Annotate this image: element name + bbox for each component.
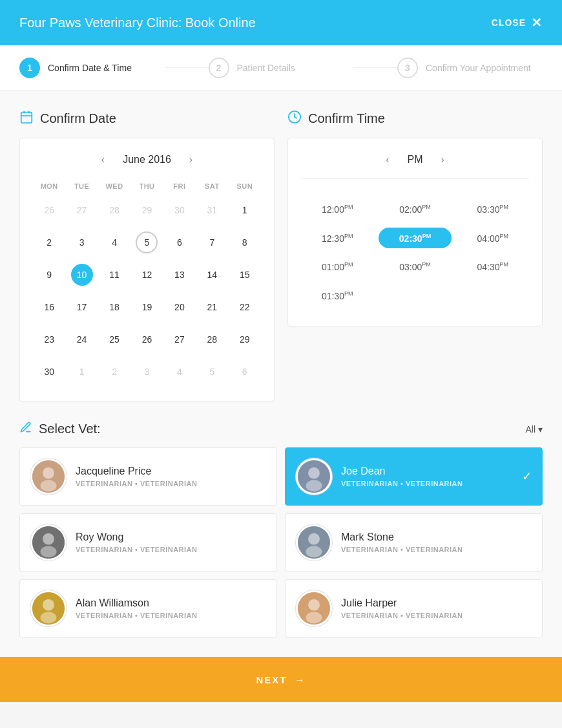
calendar-day[interactable]: 15 — [229, 259, 261, 291]
step-3-label: Confirm Your Appointment — [426, 63, 531, 73]
calendar-day[interactable]: 6 — [163, 226, 196, 259]
calendar-day[interactable]: 18 — [98, 291, 130, 323]
vet-card[interactable]: Roy Wong VETERINARIAN • VETERINARIAN — [19, 513, 277, 572]
calendar-day[interactable]: 14 — [196, 259, 228, 291]
date-time-section: Confirm Date ‹ June 2016 › MON TUE WED — [19, 110, 543, 401]
time-slot[interactable]: 04:00PM — [457, 228, 529, 249]
calendar-day[interactable]: 29 — [130, 194, 163, 226]
time-slot[interactable]: 04:30PM — [457, 256, 529, 277]
svg-point-13 — [41, 546, 57, 557]
calendar-day[interactable]: 27 — [163, 323, 196, 356]
calendar-day[interactable]: 8 — [229, 226, 261, 259]
calendar-day[interactable]: 10 — [65, 259, 98, 291]
select-vet-title: Select Vet: — [19, 421, 101, 437]
time-slot[interactable]: 12:00PM — [301, 198, 373, 220]
vet-card[interactable]: Mark Stone VETERINARIAN • VETERINARIAN — [285, 513, 543, 572]
calendar-day[interactable]: 28 — [98, 194, 130, 226]
time-period-nav: ‹ PM › — [301, 151, 529, 179]
vet-card[interactable]: Joe Dean VETERINARIAN • VETERINARIAN ✓ — [285, 447, 543, 506]
calendar-day[interactable]: 7 — [196, 226, 228, 259]
calendar-day[interactable]: 2 — [33, 226, 65, 259]
time-slot[interactable]: 01:30PM — [301, 285, 373, 306]
vet-role: VETERINARIAN • VETERINARIAN — [341, 612, 532, 619]
day-header-thu: THU — [130, 178, 163, 194]
step-2[interactable]: 2 Patient Details — [209, 58, 354, 78]
calendar-day[interactable]: 11 — [98, 259, 130, 291]
svg-point-18 — [43, 599, 54, 611]
calendar-day[interactable]: 31 — [196, 194, 228, 226]
svg-point-19 — [41, 612, 57, 623]
next-label: NEXT — [256, 674, 287, 685]
filter-all-button[interactable]: All ▾ — [525, 424, 543, 434]
header: Four Paws Veterinary Clinic: Book Online… — [0, 0, 562, 45]
calendar-day[interactable]: 5 — [130, 226, 163, 259]
close-icon: ✕ — [531, 15, 543, 30]
calendar-day[interactable]: 20 — [163, 291, 196, 323]
vet-role: VETERINARIAN • VETERINARIAN — [76, 480, 266, 487]
calendar-day[interactable]: 24 — [65, 323, 98, 356]
close-button[interactable]: CLOSE ✕ — [492, 15, 543, 30]
next-button[interactable]: NEXT → — [256, 674, 306, 685]
vet-info: Mark Stone VETERINARIAN • VETERINARIAN — [341, 531, 532, 553]
calendar-day[interactable]: 29 — [229, 323, 261, 356]
vet-avatar — [296, 458, 332, 495]
vet-name: Alan Williamson — [76, 597, 266, 609]
calendar-day[interactable]: 4 — [163, 356, 196, 388]
calendar-day[interactable]: 21 — [196, 291, 228, 323]
calendar-day[interactable]: 4 — [98, 226, 130, 259]
calendar-day[interactable]: 26 — [33, 194, 65, 226]
vet-info: Julie Harper VETERINARIAN • VETERINARIAN — [341, 597, 532, 619]
vet-name: Roy Wong — [76, 531, 266, 543]
vet-name: Mark Stone — [341, 531, 532, 543]
calendar-day[interactable]: 13 — [163, 259, 196, 291]
calendar-day[interactable]: 3 — [130, 356, 163, 388]
prev-period-button[interactable]: ‹ — [380, 151, 394, 168]
vet-card[interactable]: Julie Harper VETERINARIAN • VETERINARIAN — [285, 579, 543, 637]
confirm-time-header: Confirm Time — [287, 110, 543, 127]
prev-month-button[interactable]: ‹ — [96, 151, 110, 168]
next-month-button[interactable]: › — [184, 151, 198, 168]
day-header-sat: SAT — [196, 178, 228, 194]
time-slot[interactable]: 02:00PM — [379, 198, 451, 220]
calendar-day[interactable]: 1 — [65, 356, 98, 388]
footer[interactable]: NEXT → — [0, 657, 562, 702]
calendar-day[interactable]: 12 — [130, 259, 163, 291]
calendar-day[interactable]: 28 — [196, 323, 228, 356]
vet-name: Jacqueline Price — [76, 466, 266, 477]
calendar-day[interactable]: 6 — [229, 356, 261, 388]
calendar-day[interactable]: 23 — [33, 323, 65, 356]
vet-card[interactable]: Alan Williamson VETERINARIAN • VETERINAR… — [19, 579, 277, 637]
calendar-day[interactable]: 30 — [163, 194, 196, 226]
select-vet-section: Select Vet: All ▾ Jacqueline Price VETER… — [19, 421, 543, 637]
time-slot[interactable]: 01:00PM — [301, 256, 373, 277]
time-slot[interactable]: 12:30PM — [301, 228, 373, 249]
calendar-day[interactable]: 16 — [33, 291, 65, 323]
vet-role: VETERINARIAN • VETERINARIAN — [76, 612, 266, 619]
calendar-day[interactable]: 5 — [196, 356, 228, 388]
calendar-day[interactable]: 9 — [33, 259, 65, 291]
step-1[interactable]: 1 Confirm Date & Time — [19, 58, 165, 78]
calendar-day[interactable]: 2 — [98, 356, 130, 388]
calendar-day[interactable]: 19 — [130, 291, 163, 323]
time-slot[interactable]: 02:30PM — [379, 228, 451, 249]
day-header-wed: WED — [98, 178, 130, 194]
time-slot[interactable]: 03:30PM — [457, 198, 529, 220]
calendar-day[interactable]: 27 — [65, 194, 98, 226]
calendar-day[interactable]: 25 — [98, 323, 130, 356]
calendar-day[interactable]: 26 — [130, 323, 163, 356]
time-slot[interactable]: 03:00PM — [379, 256, 451, 277]
vet-name: Joe Dean — [341, 466, 513, 477]
confirm-time-col: Confirm Time ‹ PM › 12:00PM02:00PM03:30P… — [287, 110, 543, 401]
vet-card[interactable]: Jacqueline Price VETERINARIAN • VETERINA… — [19, 447, 277, 506]
next-period-button[interactable]: › — [436, 151, 450, 168]
calendar-day[interactable]: 17 — [65, 291, 98, 323]
step-3[interactable]: 3 Confirm Your Appointment — [397, 58, 543, 78]
confirm-date-header: Confirm Date — [19, 110, 275, 127]
period-label: PM — [408, 154, 423, 166]
calendar-day[interactable]: 3 — [65, 226, 98, 259]
close-label: CLOSE — [492, 17, 526, 28]
calendar-day[interactable]: 1 — [229, 194, 261, 226]
calendar-day[interactable]: 22 — [229, 291, 261, 323]
day-header-fri: FRI — [163, 178, 196, 194]
calendar-day[interactable]: 30 — [33, 356, 65, 388]
